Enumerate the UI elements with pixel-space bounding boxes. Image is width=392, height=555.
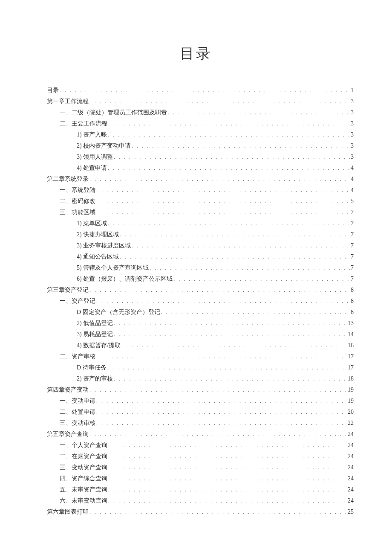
toc-leader-dots: . . . . . . . . . . . . . . . . . . . . … — [161, 307, 350, 318]
toc-leader-dots: . . . . . . . . . . . . . . . . . . . . … — [107, 362, 347, 373]
toc-leader-dots: . . . . . . . . . . . . . . . . . . . . … — [96, 351, 347, 362]
toc-entry[interactable]: 2) 校内资产变动申请. . . . . . . . . . . . . . .… — [38, 140, 354, 151]
toc-entry[interactable]: 一、二级（院处）管理员工作范围及职责. . . . . . . . . . . … — [38, 107, 354, 118]
toc-label: 二、资产审核 — [60, 351, 95, 362]
toc-label: 二、主要工作流程 — [60, 118, 107, 129]
toc-page-number: 24 — [348, 440, 354, 451]
toc-leader-dots: . . . . . . . . . . . . . . . . . . . . … — [114, 373, 347, 384]
toc-entry[interactable]: 一、变动申请. . . . . . . . . . . . . . . . . … — [38, 395, 354, 407]
toc-entry[interactable]: 第六章图表打印. . . . . . . . . . . . . . . . .… — [38, 506, 354, 517]
toc-entry[interactable]: 5) 管辖及个人资产查询区域. . . . . . . . . . . . . … — [38, 262, 354, 273]
toc-entry[interactable]: 二、处置申请. . . . . . . . . . . . . . . . . … — [38, 407, 354, 418]
toc-label: 三、功能区域 — [60, 207, 95, 218]
toc-page-number: 3 — [351, 129, 354, 140]
toc-entry[interactable]: 4) 处置申请. . . . . . . . . . . . . . . . .… — [38, 163, 354, 174]
toc-entry[interactable]: 三、变动审核. . . . . . . . . . . . . . . . . … — [38, 418, 354, 429]
toc-label: 2) 低值品登记 — [77, 318, 113, 329]
toc-entry[interactable]: 第一章工作流程. . . . . . . . . . . . . . . . .… — [38, 96, 354, 107]
toc-entry[interactable]: 3) 业务审核进度区域. . . . . . . . . . . . . . .… — [38, 240, 354, 251]
toc-label: 二、密码修改 — [60, 196, 95, 207]
toc-leader-dots: . . . . . . . . . . . . . . . . . . . . … — [96, 185, 350, 196]
toc-entry[interactable]: 一、资产登记. . . . . . . . . . . . . . . . . … — [38, 296, 354, 307]
toc-entry[interactable]: 二、在账资产查询. . . . . . . . . . . . . . . . … — [38, 451, 354, 462]
toc-label: 3) 业务审核进度区域 — [77, 240, 131, 251]
toc-entry[interactable]: 第五章资产查询. . . . . . . . . . . . . . . . .… — [38, 429, 354, 440]
toc-entry[interactable]: 4) 通知公告区域. . . . . . . . . . . . . . . .… — [38, 251, 354, 262]
toc-entry[interactable]: D 待审任务. . . . . . . . . . . . . . . . . … — [38, 362, 354, 373]
toc-entry[interactable]: 2) 低值品登记. . . . . . . . . . . . . . . . … — [38, 318, 354, 329]
toc-entry[interactable]: 3) 易耗品登记. . . . . . . . . . . . . . . . … — [38, 329, 354, 340]
toc-label: 2) 快捷办理区域 — [77, 229, 119, 240]
toc-label: 3) 易耗品登记 — [77, 329, 113, 340]
toc-page-number: 4 — [351, 185, 354, 196]
toc-page-number: 24 — [348, 429, 354, 440]
toc-entry[interactable]: 4) 数据暂存/提取. . . . . . . . . . . . . . . … — [38, 340, 354, 351]
toc-entry[interactable]: 二、资产审核. . . . . . . . . . . . . . . . . … — [38, 351, 354, 362]
toc-leader-dots: . . . . . . . . . . . . . . . . . . . . … — [60, 85, 350, 96]
toc-label: 3) 领用人调整 — [77, 151, 113, 163]
toc-leader-dots: . . . . . . . . . . . . . . . . . . . . … — [89, 506, 347, 517]
table-of-contents: 目录. . . . . . . . . . . . . . . . . . . … — [38, 85, 354, 517]
toc-entry[interactable]: 2) 快捷办理区域. . . . . . . . . . . . . . . .… — [38, 229, 354, 240]
toc-entry[interactable]: 第三章资产登记. . . . . . . . . . . . . . . . .… — [38, 285, 354, 296]
toc-label: 1) 菜单区域 — [77, 218, 107, 229]
toc-page-number: 7 — [351, 251, 354, 262]
toc-entry[interactable]: 1) 资产入账. . . . . . . . . . . . . . . . .… — [38, 129, 354, 140]
toc-leader-dots: . . . . . . . . . . . . . . . . . . . . … — [108, 495, 347, 506]
toc-leader-dots: . . . . . . . . . . . . . . . . . . . . … — [108, 163, 350, 174]
toc-page-number: 25 — [348, 506, 354, 517]
toc-page-number: 13 — [348, 318, 354, 329]
toc-label: 三、变动审核 — [60, 418, 95, 429]
toc-leader-dots: . . . . . . . . . . . . . . . . . . . . … — [114, 151, 350, 163]
toc-entry[interactable]: 二、主要工作流程. . . . . . . . . . . . . . . . … — [38, 118, 354, 129]
toc-page-number: 24 — [348, 451, 354, 462]
toc-entry[interactable]: 三、功能区域. . . . . . . . . . . . . . . . . … — [38, 207, 354, 218]
toc-leader-dots: . . . . . . . . . . . . . . . . . . . . … — [96, 418, 347, 429]
toc-entry[interactable]: 1) 菜单区域. . . . . . . . . . . . . . . . .… — [38, 218, 354, 229]
page-title: 目录 — [38, 44, 354, 64]
toc-leader-dots: . . . . . . . . . . . . . . . . . . . . … — [114, 318, 347, 329]
toc-entry[interactable]: D 固定资产（含无形资产）登记. . . . . . . . . . . . .… — [38, 307, 354, 318]
toc-entry[interactable]: 二、密码修改. . . . . . . . . . . . . . . . . … — [38, 196, 354, 207]
toc-page-number: 7 — [351, 240, 354, 251]
toc-label: D 待审任务 — [77, 362, 107, 373]
toc-leader-dots: . . . . . . . . . . . . . . . . . . . . … — [89, 174, 350, 185]
toc-leader-dots: . . . . . . . . . . . . . . . . . . . . … — [89, 96, 350, 107]
toc-page-number: 4 — [351, 174, 354, 185]
toc-leader-dots: . . . . . . . . . . . . . . . . . . . . … — [108, 462, 347, 473]
toc-entry[interactable]: 目录. . . . . . . . . . . . . . . . . . . … — [38, 85, 354, 96]
toc-page-number: 3 — [351, 151, 354, 163]
toc-label: D 固定资产（含无形资产）登记 — [77, 307, 160, 318]
toc-page-number: 3 — [351, 140, 354, 151]
toc-page-number: 24 — [348, 473, 354, 484]
toc-entry[interactable]: 2) 资产的审核. . . . . . . . . . . . . . . . … — [38, 373, 354, 384]
toc-entry[interactable]: 三、变动资产查询. . . . . . . . . . . . . . . . … — [38, 462, 354, 473]
toc-leader-dots: . . . . . . . . . . . . . . . . . . . . … — [108, 473, 347, 484]
toc-entry[interactable]: 四、资产综合查询. . . . . . . . . . . . . . . . … — [38, 473, 354, 484]
toc-page-number: 3 — [351, 96, 354, 107]
toc-entry[interactable]: 一、系统登陆. . . . . . . . . . . . . . . . . … — [38, 185, 354, 196]
toc-leader-dots: . . . . . . . . . . . . . . . . . . . . … — [114, 329, 347, 340]
toc-label: 4) 处置申请 — [77, 163, 107, 174]
toc-entry[interactable]: 一、个人资产查询. . . . . . . . . . . . . . . . … — [38, 440, 354, 451]
toc-entry[interactable]: 6) 处置（报废）、调剂资产公示区域. . . . . . . . . . . … — [38, 273, 354, 285]
toc-label: 二、在账资产查询 — [60, 451, 107, 462]
toc-page-number: 1 — [351, 85, 354, 96]
toc-page-number: 24 — [348, 495, 354, 506]
toc-leader-dots: . . . . . . . . . . . . . . . . . . . . … — [173, 273, 350, 285]
toc-page-number: 8 — [351, 307, 354, 318]
toc-label: 第四章资产变动 — [47, 384, 89, 395]
toc-label: 目录 — [47, 85, 59, 96]
toc-label: 二、处置申请 — [60, 407, 95, 418]
toc-entry[interactable]: 第二章系统登录. . . . . . . . . . . . . . . . .… — [38, 174, 354, 185]
toc-label: 第一章工作流程 — [47, 96, 89, 107]
toc-page-number: 16 — [348, 340, 354, 351]
toc-label: 6) 处置（报废）、调剂资产公示区域 — [77, 273, 173, 285]
toc-label: 2) 校内资产变动申请 — [77, 140, 131, 151]
toc-entry[interactable]: 第四章资产变动. . . . . . . . . . . . . . . . .… — [38, 384, 354, 395]
toc-label: 六、未审变动查询 — [60, 495, 107, 506]
toc-label: 5) 管辖及个人资产查询区域 — [77, 262, 149, 273]
toc-entry[interactable]: 五、未审资产查询. . . . . . . . . . . . . . . . … — [38, 484, 354, 495]
toc-entry[interactable]: 3) 领用人调整. . . . . . . . . . . . . . . . … — [38, 151, 354, 163]
toc-entry[interactable]: 六、未审变动查询. . . . . . . . . . . . . . . . … — [38, 495, 354, 506]
